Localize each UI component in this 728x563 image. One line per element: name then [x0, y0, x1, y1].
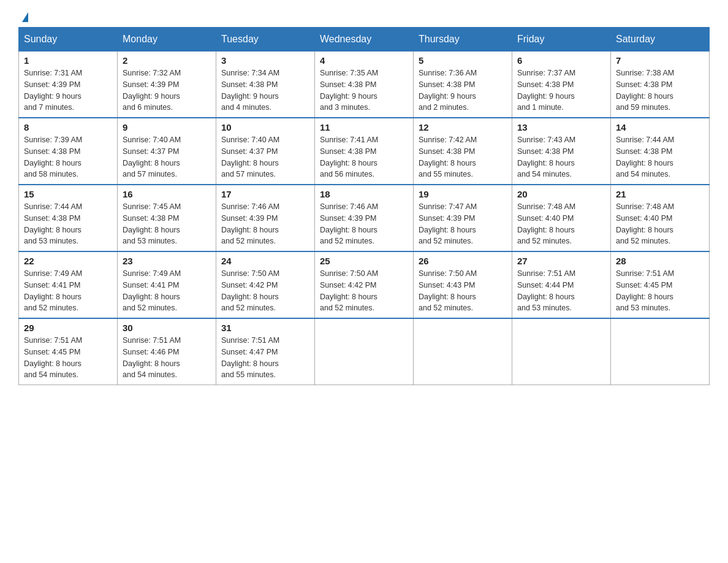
day-info: Sunrise: 7:44 AMSunset: 4:38 PMDaylight:…: [24, 201, 112, 247]
day-number: 18: [320, 189, 408, 199]
day-info: Sunrise: 7:32 AMSunset: 4:39 PMDaylight:…: [123, 67, 211, 113]
day-number: 5: [419, 55, 507, 66]
calendar-cell: 30Sunrise: 7:51 AMSunset: 4:46 PMDayligh…: [118, 318, 216, 385]
day-info: Sunrise: 7:50 AMSunset: 4:42 PMDaylight:…: [320, 268, 408, 314]
day-number: 14: [616, 122, 704, 132]
day-info: Sunrise: 7:48 AMSunset: 4:40 PMDaylight:…: [616, 201, 704, 247]
calendar-cell: 25Sunrise: 7:50 AMSunset: 4:42 PMDayligh…: [315, 251, 414, 318]
weekday-header-thursday: Thursday: [414, 28, 512, 52]
calendar-cell: 18Sunrise: 7:46 AMSunset: 4:39 PMDayligh…: [315, 185, 414, 251]
day-info: Sunrise: 7:42 AMSunset: 4:38 PMDaylight:…: [419, 134, 507, 180]
day-number: 22: [24, 256, 112, 266]
calendar-cell: 9Sunrise: 7:40 AMSunset: 4:37 PMDaylight…: [118, 118, 216, 185]
day-number: 3: [221, 55, 309, 66]
day-number: 1: [24, 55, 112, 66]
calendar-cell: 26Sunrise: 7:50 AMSunset: 4:43 PMDayligh…: [414, 251, 512, 318]
day-info: Sunrise: 7:41 AMSunset: 4:38 PMDaylight:…: [320, 134, 408, 180]
day-info: Sunrise: 7:51 AMSunset: 4:47 PMDaylight:…: [221, 335, 309, 381]
day-number: 31: [221, 323, 309, 333]
calendar-cell: 16Sunrise: 7:45 AMSunset: 4:38 PMDayligh…: [118, 185, 216, 251]
week-row-4: 22Sunrise: 7:49 AMSunset: 4:41 PMDayligh…: [19, 251, 710, 318]
day-number: 4: [320, 55, 408, 66]
weekday-header-monday: Monday: [118, 28, 216, 52]
calendar-cell: [611, 318, 710, 385]
day-number: 10: [221, 122, 309, 132]
calendar-cell: 8Sunrise: 7:39 AMSunset: 4:38 PMDaylight…: [19, 118, 118, 185]
calendar-cell: 17Sunrise: 7:46 AMSunset: 4:39 PMDayligh…: [216, 185, 315, 251]
calendar-cell: 14Sunrise: 7:44 AMSunset: 4:38 PMDayligh…: [611, 118, 710, 185]
day-info: Sunrise: 7:39 AMSunset: 4:38 PMDaylight:…: [24, 134, 112, 180]
calendar-cell: 10Sunrise: 7:40 AMSunset: 4:37 PMDayligh…: [216, 118, 315, 185]
day-info: Sunrise: 7:51 AMSunset: 4:44 PMDaylight:…: [517, 268, 605, 314]
day-info: Sunrise: 7:49 AMSunset: 4:41 PMDaylight:…: [24, 268, 112, 314]
day-info: Sunrise: 7:40 AMSunset: 4:37 PMDaylight:…: [123, 134, 211, 180]
calendar-cell: 7Sunrise: 7:38 AMSunset: 4:38 PMDaylight…: [611, 52, 710, 118]
day-info: Sunrise: 7:50 AMSunset: 4:43 PMDaylight:…: [419, 268, 507, 314]
calendar-cell: 5Sunrise: 7:36 AMSunset: 4:38 PMDaylight…: [414, 52, 512, 118]
calendar-cell: [512, 318, 611, 385]
day-number: 29: [24, 323, 112, 333]
day-number: 12: [419, 122, 507, 132]
day-number: 2: [123, 55, 211, 66]
calendar-cell: 20Sunrise: 7:48 AMSunset: 4:40 PMDayligh…: [512, 185, 611, 251]
day-number: 25: [320, 256, 408, 266]
weekday-header-sunday: Sunday: [19, 28, 118, 52]
day-info: Sunrise: 7:31 AMSunset: 4:39 PMDaylight:…: [24, 67, 112, 113]
day-number: 27: [517, 256, 605, 266]
day-info: Sunrise: 7:36 AMSunset: 4:38 PMDaylight:…: [419, 67, 507, 113]
day-number: 23: [123, 256, 211, 266]
day-info: Sunrise: 7:46 AMSunset: 4:39 PMDaylight:…: [320, 201, 408, 247]
week-row-3: 15Sunrise: 7:44 AMSunset: 4:38 PMDayligh…: [19, 185, 710, 251]
calendar-cell: 23Sunrise: 7:49 AMSunset: 4:41 PMDayligh…: [118, 251, 216, 318]
day-number: 17: [221, 189, 309, 199]
calendar-cell: 15Sunrise: 7:44 AMSunset: 4:38 PMDayligh…: [19, 185, 118, 251]
weekday-header-row: SundayMondayTuesdayWednesdayThursdayFrid…: [19, 28, 710, 52]
day-number: 19: [419, 189, 507, 199]
day-info: Sunrise: 7:37 AMSunset: 4:38 PMDaylight:…: [517, 67, 605, 113]
day-number: 13: [517, 122, 605, 132]
day-number: 9: [123, 122, 211, 132]
day-number: 8: [24, 122, 112, 132]
calendar-cell: 12Sunrise: 7:42 AMSunset: 4:38 PMDayligh…: [414, 118, 512, 185]
day-info: Sunrise: 7:40 AMSunset: 4:37 PMDaylight:…: [221, 134, 309, 180]
day-info: Sunrise: 7:48 AMSunset: 4:40 PMDaylight:…: [517, 201, 605, 247]
calendar-cell: 28Sunrise: 7:51 AMSunset: 4:45 PMDayligh…: [611, 251, 710, 318]
calendar-cell: 11Sunrise: 7:41 AMSunset: 4:38 PMDayligh…: [315, 118, 414, 185]
day-number: 28: [616, 256, 704, 266]
day-number: 21: [616, 189, 704, 199]
calendar-table: SundayMondayTuesdayWednesdayThursdayFrid…: [18, 27, 710, 385]
week-row-1: 1Sunrise: 7:31 AMSunset: 4:39 PMDaylight…: [19, 52, 710, 118]
week-row-2: 8Sunrise: 7:39 AMSunset: 4:38 PMDaylight…: [19, 118, 710, 185]
day-info: Sunrise: 7:43 AMSunset: 4:38 PMDaylight:…: [517, 134, 605, 180]
day-info: Sunrise: 7:35 AMSunset: 4:38 PMDaylight:…: [320, 67, 408, 113]
day-info: Sunrise: 7:50 AMSunset: 4:42 PMDaylight:…: [221, 268, 309, 314]
day-info: Sunrise: 7:46 AMSunset: 4:39 PMDaylight:…: [221, 201, 309, 247]
calendar-cell: [315, 318, 414, 385]
day-info: Sunrise: 7:44 AMSunset: 4:38 PMDaylight:…: [616, 134, 704, 180]
day-number: 7: [616, 55, 704, 66]
logo: [18, 12, 28, 21]
day-info: Sunrise: 7:34 AMSunset: 4:38 PMDaylight:…: [221, 67, 309, 113]
day-number: 16: [123, 189, 211, 199]
day-number: 11: [320, 122, 408, 132]
calendar-cell: 24Sunrise: 7:50 AMSunset: 4:42 PMDayligh…: [216, 251, 315, 318]
day-info: Sunrise: 7:38 AMSunset: 4:38 PMDaylight:…: [616, 67, 704, 113]
calendar-cell: 13Sunrise: 7:43 AMSunset: 4:38 PMDayligh…: [512, 118, 611, 185]
calendar-cell: 19Sunrise: 7:47 AMSunset: 4:39 PMDayligh…: [414, 185, 512, 251]
day-info: Sunrise: 7:51 AMSunset: 4:45 PMDaylight:…: [24, 335, 112, 381]
calendar-cell: 21Sunrise: 7:48 AMSunset: 4:40 PMDayligh…: [611, 185, 710, 251]
calendar-cell: 4Sunrise: 7:35 AMSunset: 4:38 PMDaylight…: [315, 52, 414, 118]
weekday-header-wednesday: Wednesday: [315, 28, 414, 52]
day-info: Sunrise: 7:51 AMSunset: 4:45 PMDaylight:…: [616, 268, 704, 314]
calendar-cell: 1Sunrise: 7:31 AMSunset: 4:39 PMDaylight…: [19, 52, 118, 118]
day-number: 6: [517, 55, 605, 66]
calendar-cell: 27Sunrise: 7:51 AMSunset: 4:44 PMDayligh…: [512, 251, 611, 318]
day-number: 15: [24, 189, 112, 199]
week-row-5: 29Sunrise: 7:51 AMSunset: 4:45 PMDayligh…: [19, 318, 710, 385]
day-info: Sunrise: 7:45 AMSunset: 4:38 PMDaylight:…: [123, 201, 211, 247]
day-info: Sunrise: 7:47 AMSunset: 4:39 PMDaylight:…: [419, 201, 507, 247]
calendar-cell: [414, 318, 512, 385]
day-number: 20: [517, 189, 605, 199]
calendar-cell: 29Sunrise: 7:51 AMSunset: 4:45 PMDayligh…: [19, 318, 118, 385]
day-info: Sunrise: 7:49 AMSunset: 4:41 PMDaylight:…: [123, 268, 211, 314]
